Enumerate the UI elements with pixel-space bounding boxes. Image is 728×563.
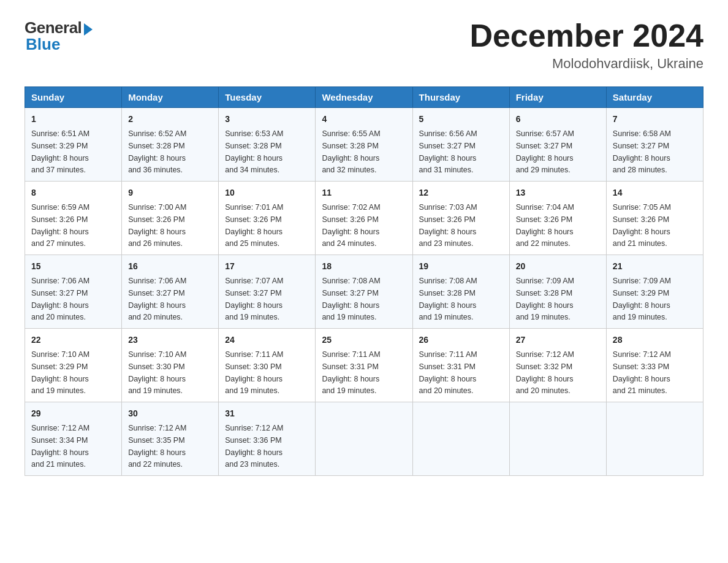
day-number: 3 (225, 113, 309, 126)
day-number: 9 (128, 186, 212, 199)
day-info: Sunrise: 7:05 AMSunset: 3:26 PMDaylight:… (613, 203, 671, 248)
calendar-week-row: 8 Sunrise: 6:59 AMSunset: 3:26 PMDayligh… (25, 182, 703, 255)
day-number: 2 (128, 113, 212, 126)
page-header: General Blue December 2024 Molodohvardii… (25, 18, 703, 72)
calendar-week-row: 1 Sunrise: 6:51 AMSunset: 3:29 PMDayligh… (25, 108, 703, 182)
calendar-cell (412, 402, 509, 476)
calendar-header: SundayMondayTuesdayWednesdayThursdayFrid… (25, 87, 703, 108)
calendar-cell: 15 Sunrise: 7:06 AMSunset: 3:27 PMDaylig… (25, 255, 122, 329)
day-number: 21 (613, 260, 697, 273)
day-number: 31 (225, 407, 309, 420)
weekday-header-row: SundayMondayTuesdayWednesdayThursdayFrid… (25, 87, 703, 108)
day-info: Sunrise: 7:09 AMSunset: 3:29 PMDaylight:… (613, 277, 671, 321)
calendar-cell: 27 Sunrise: 7:12 AMSunset: 3:32 PMDaylig… (509, 329, 606, 402)
day-number: 17 (225, 260, 309, 273)
calendar-cell: 9 Sunrise: 7:00 AMSunset: 3:26 PMDayligh… (122, 182, 219, 255)
calendar-cell: 1 Sunrise: 6:51 AMSunset: 3:29 PMDayligh… (25, 108, 122, 182)
day-info: Sunrise: 7:09 AMSunset: 3:28 PMDaylight:… (516, 277, 574, 321)
calendar-cell: 10 Sunrise: 7:01 AMSunset: 3:26 PMDaylig… (219, 182, 316, 255)
calendar-week-row: 22 Sunrise: 7:10 AMSunset: 3:29 PMDaylig… (25, 329, 703, 402)
calendar-cell: 2 Sunrise: 6:52 AMSunset: 3:28 PMDayligh… (122, 108, 219, 182)
day-info: Sunrise: 7:08 AMSunset: 3:27 PMDaylight:… (322, 277, 380, 321)
calendar-cell (316, 402, 412, 476)
calendar-cell: 23 Sunrise: 7:10 AMSunset: 3:30 PMDaylig… (122, 329, 219, 402)
day-info: Sunrise: 6:59 AMSunset: 3:26 PMDaylight:… (31, 203, 89, 248)
logo: General Blue (25, 18, 93, 54)
calendar-cell: 22 Sunrise: 7:10 AMSunset: 3:29 PMDaylig… (25, 329, 122, 402)
calendar-cell: 20 Sunrise: 7:09 AMSunset: 3:28 PMDaylig… (509, 255, 606, 329)
calendar-cell: 28 Sunrise: 7:12 AMSunset: 3:33 PMDaylig… (606, 329, 703, 402)
day-number: 20 (516, 260, 600, 273)
day-number: 19 (419, 260, 503, 273)
location-subtitle: Molodohvardiisk, Ukraine (469, 56, 703, 72)
day-number: 8 (31, 186, 115, 199)
calendar-cell: 14 Sunrise: 7:05 AMSunset: 3:26 PMDaylig… (606, 182, 703, 255)
day-info: Sunrise: 6:57 AMSunset: 3:27 PMDaylight:… (516, 129, 574, 174)
day-info: Sunrise: 7:12 AMSunset: 3:35 PMDaylight:… (128, 424, 186, 469)
calendar-cell: 5 Sunrise: 6:56 AMSunset: 3:27 PMDayligh… (412, 108, 509, 182)
day-number: 28 (613, 334, 697, 347)
month-title: December 2024 (469, 18, 703, 53)
day-number: 12 (419, 186, 503, 199)
logo-triangle-icon (84, 23, 93, 36)
day-number: 15 (31, 260, 115, 273)
day-info: Sunrise: 7:11 AMSunset: 3:30 PMDaylight:… (225, 350, 283, 395)
day-info: Sunrise: 7:11 AMSunset: 3:31 PMDaylight:… (322, 350, 380, 395)
calendar-cell: 24 Sunrise: 7:11 AMSunset: 3:30 PMDaylig… (219, 329, 316, 402)
day-info: Sunrise: 7:10 AMSunset: 3:30 PMDaylight:… (128, 350, 186, 395)
calendar-cell: 21 Sunrise: 7:09 AMSunset: 3:29 PMDaylig… (606, 255, 703, 329)
calendar-cell: 17 Sunrise: 7:07 AMSunset: 3:27 PMDaylig… (219, 255, 316, 329)
calendar-body: 1 Sunrise: 6:51 AMSunset: 3:29 PMDayligh… (25, 108, 703, 476)
day-number: 1 (31, 113, 115, 126)
day-info: Sunrise: 7:06 AMSunset: 3:27 PMDaylight:… (31, 277, 89, 321)
day-info: Sunrise: 7:06 AMSunset: 3:27 PMDaylight:… (128, 277, 186, 321)
day-number: 23 (128, 334, 212, 347)
day-info: Sunrise: 7:03 AMSunset: 3:26 PMDaylight:… (419, 203, 477, 248)
calendar-cell: 18 Sunrise: 7:08 AMSunset: 3:27 PMDaylig… (316, 255, 412, 329)
day-number: 16 (128, 260, 212, 273)
calendar-cell: 11 Sunrise: 7:02 AMSunset: 3:26 PMDaylig… (316, 182, 412, 255)
weekday-header-tuesday: Tuesday (219, 87, 316, 108)
calendar-cell: 7 Sunrise: 6:58 AMSunset: 3:27 PMDayligh… (606, 108, 703, 182)
day-number: 5 (419, 113, 503, 126)
day-info: Sunrise: 6:53 AMSunset: 3:28 PMDaylight:… (225, 129, 283, 174)
day-info: Sunrise: 7:01 AMSunset: 3:26 PMDaylight:… (225, 203, 283, 248)
day-info: Sunrise: 7:12 AMSunset: 3:34 PMDaylight:… (31, 424, 89, 469)
day-info: Sunrise: 7:12 AMSunset: 3:32 PMDaylight:… (516, 350, 574, 395)
day-info: Sunrise: 7:02 AMSunset: 3:26 PMDaylight:… (322, 203, 380, 248)
day-info: Sunrise: 7:08 AMSunset: 3:28 PMDaylight:… (419, 277, 477, 321)
weekday-header-friday: Friday (509, 87, 606, 108)
weekday-header-monday: Monday (122, 87, 219, 108)
calendar-cell: 30 Sunrise: 7:12 AMSunset: 3:35 PMDaylig… (122, 402, 219, 476)
calendar-cell: 3 Sunrise: 6:53 AMSunset: 3:28 PMDayligh… (219, 108, 316, 182)
day-info: Sunrise: 7:00 AMSunset: 3:26 PMDaylight:… (128, 203, 186, 248)
day-info: Sunrise: 7:12 AMSunset: 3:36 PMDaylight:… (225, 424, 283, 469)
logo-blue-text: Blue (26, 35, 60, 54)
day-info: Sunrise: 7:10 AMSunset: 3:29 PMDaylight:… (31, 350, 89, 395)
weekday-header-wednesday: Wednesday (316, 87, 412, 108)
calendar-cell: 4 Sunrise: 6:55 AMSunset: 3:28 PMDayligh… (316, 108, 412, 182)
calendar-cell: 31 Sunrise: 7:12 AMSunset: 3:36 PMDaylig… (219, 402, 316, 476)
calendar-table: SundayMondayTuesdayWednesdayThursdayFrid… (25, 86, 703, 476)
calendar-cell: 19 Sunrise: 7:08 AMSunset: 3:28 PMDaylig… (412, 255, 509, 329)
calendar-cell (606, 402, 703, 476)
day-number: 18 (322, 260, 406, 273)
weekday-header-saturday: Saturday (606, 87, 703, 108)
day-number: 10 (225, 186, 309, 199)
calendar-cell (509, 402, 606, 476)
calendar-cell: 12 Sunrise: 7:03 AMSunset: 3:26 PMDaylig… (412, 182, 509, 255)
calendar-cell: 25 Sunrise: 7:11 AMSunset: 3:31 PMDaylig… (316, 329, 412, 402)
day-number: 14 (613, 186, 697, 199)
calendar-cell: 26 Sunrise: 7:11 AMSunset: 3:31 PMDaylig… (412, 329, 509, 402)
day-number: 4 (322, 113, 406, 126)
day-number: 22 (31, 334, 115, 347)
day-info: Sunrise: 6:52 AMSunset: 3:28 PMDaylight:… (128, 129, 186, 174)
day-number: 6 (516, 113, 600, 126)
day-info: Sunrise: 7:07 AMSunset: 3:27 PMDaylight:… (225, 277, 283, 321)
day-number: 24 (225, 334, 309, 347)
calendar-cell: 8 Sunrise: 6:59 AMSunset: 3:26 PMDayligh… (25, 182, 122, 255)
weekday-header-sunday: Sunday (25, 87, 122, 108)
day-number: 11 (322, 186, 406, 199)
day-info: Sunrise: 6:51 AMSunset: 3:29 PMDaylight:… (31, 129, 89, 174)
day-number: 25 (322, 334, 406, 347)
